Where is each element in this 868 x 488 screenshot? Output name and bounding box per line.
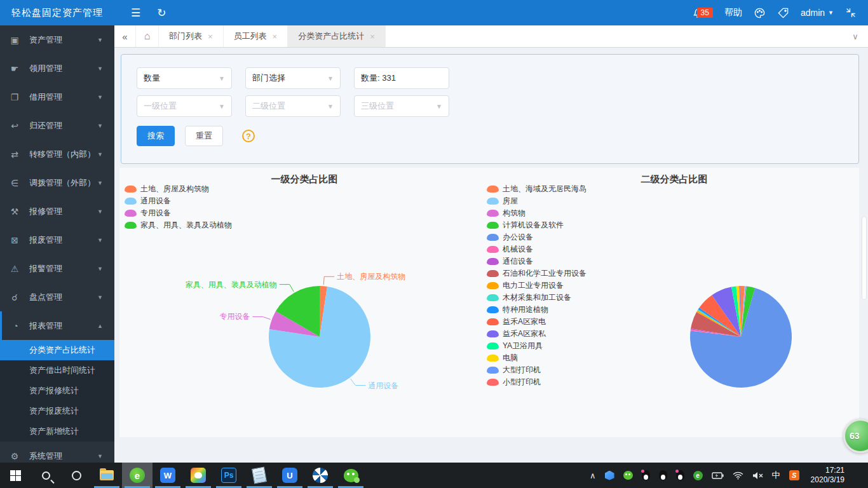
sidebar-item-10[interactable]: ☌ 盘点管理 ▼: [0, 283, 114, 311]
tabs-scroll-left-icon[interactable]: «: [114, 25, 136, 47]
quantity-field[interactable]: [354, 67, 449, 89]
close-icon[interactable]: ×: [208, 32, 213, 41]
taskbar-app-browser360[interactable]: e: [122, 463, 153, 488]
qq-tray-icon-1[interactable]: [642, 470, 650, 480]
cortana-icon: [72, 471, 81, 480]
sidebar-item-5[interactable]: ⇄ 转移管理（内部） ▼: [0, 140, 114, 168]
main-content: 数量 ▼ 部门选择 ▼ 一级位置 ▼ 二级位置 ▼ 三级位置 ▼: [114, 48, 868, 463]
sogou-input-icon[interactable]: S: [789, 470, 799, 480]
notification-bell[interactable]: 35: [692, 7, 713, 18]
chevron-down-icon: ▼: [828, 10, 834, 16]
sidebar-item-label: 报表管理: [29, 320, 97, 332]
taskbar-app-start[interactable]: [0, 463, 31, 488]
qq-tray-icon-2[interactable]: [659, 470, 667, 480]
fullscreen-exit-icon[interactable]: [845, 7, 857, 18]
sidebar-subitem-1[interactable]: 分类资产占比统计: [0, 340, 114, 360]
sidebar-item-3[interactable]: ❐ 借用管理 ▼: [0, 83, 114, 111]
netdisk-tray-icon[interactable]: [605, 471, 614, 480]
notepad-icon: [252, 466, 267, 484]
sidebar-subitem-4[interactable]: 资产报废统计: [0, 401, 114, 421]
sidebar-item-label: 领用管理: [29, 63, 97, 74]
taskbar-clock[interactable]: 17:21 2020/3/19: [808, 466, 850, 485]
sidebar-subitem-5[interactable]: 资产新增统计: [0, 421, 114, 442]
pie-label-line: [351, 379, 366, 386]
taskbar-app-wechat[interactable]: [336, 463, 366, 488]
department-select[interactable]: 部门选择 ▼: [245, 67, 341, 89]
question-circle-icon[interactable]: ?: [242, 130, 255, 142]
palette-icon[interactable]: [754, 7, 766, 19]
tray-expand-chevron-icon[interactable]: ∧: [590, 471, 596, 480]
sidebar-item-9[interactable]: ⚠ 报警管理 ▼: [0, 254, 114, 283]
sidebar-subitem-3[interactable]: 资产报修统计: [0, 381, 114, 401]
location-level1-select[interactable]: 一级位置 ▼: [137, 95, 232, 117]
help-link[interactable]: 帮助: [724, 7, 742, 18]
battery-icon[interactable]: [712, 471, 724, 480]
taskbar-app-wps[interactable]: W: [153, 463, 183, 488]
sidebar-item-8[interactable]: ⊠ 报废管理 ▼: [0, 226, 114, 254]
collapse-sidebar-icon[interactable]: ☰: [131, 6, 140, 20]
sidebar-subitem-2[interactable]: 资产借出时间统计: [0, 360, 114, 381]
sidebar-item-4[interactable]: ↩ 归还管理 ▼: [0, 111, 114, 140]
pie-label: 土地、房屋及构筑物: [337, 272, 405, 281]
wechat-tray-icon[interactable]: [623, 471, 633, 480]
close-icon[interactable]: ×: [273, 32, 278, 41]
tab-label: 分类资产占比统计: [298, 30, 364, 42]
taskbar-app-udisk[interactable]: U: [275, 463, 305, 488]
sidebar-item-1[interactable]: ▣ 资产管理 ▼: [0, 25, 114, 54]
metric-select[interactable]: 数量 ▼: [137, 67, 232, 89]
reset-button[interactable]: 重置: [185, 126, 223, 146]
pinwheel-app-icon: [313, 468, 328, 483]
qq-tray-icon-3[interactable]: [676, 470, 684, 480]
chevron-down-icon: ▼: [97, 65, 114, 72]
tab-3[interactable]: 分类资产占比统计 ×: [288, 25, 386, 47]
chart-level2-pie: 二级分类占比图 土地、海域及无居民海岛 房屋 构筑物 计算机设备及软件 办公设备…: [489, 168, 859, 437]
wifi-icon[interactable]: [733, 471, 743, 480]
location-level2-select[interactable]: 二级位置 ▼: [245, 95, 341, 117]
ime-indicator[interactable]: 中: [772, 470, 780, 481]
tab-1[interactable]: 部门列表 ×: [159, 25, 224, 47]
sidebar-item-2[interactable]: ☛ 领用管理 ▼: [0, 54, 114, 83]
taskbar-app-cortana[interactable]: [61, 463, 92, 488]
taskbar-app-search[interactable]: [31, 463, 61, 488]
metric-select-value: 数量: [144, 72, 160, 84]
chevron-down-icon: ▼: [327, 103, 334, 110]
taskbar-app-pinwheel[interactable]: [305, 463, 336, 488]
page-scrollbar-thumb[interactable]: [862, 216, 867, 300]
sidebar-item-6[interactable]: ∈ 调拨管理（外部） ▼: [0, 168, 114, 197]
chart-level1-pie: 一级分类占比图 土地、房屋及构筑物 通用设备 专用设备 家具、用具、装具及动植物…: [119, 168, 489, 437]
pie-label-line: [252, 316, 270, 319]
tabs-more-icon[interactable]: ∨: [843, 25, 868, 47]
wps-office-icon: W: [160, 468, 175, 483]
pie-label: 专用设备: [219, 312, 250, 321]
chevron-down-icon: ▼: [327, 75, 334, 82]
taskbar-app-photoshop[interactable]: Ps: [214, 463, 244, 488]
speed-ball-value: 63: [850, 431, 860, 441]
chevron-down-icon: ▼: [97, 180, 114, 186]
close-icon[interactable]: ×: [370, 32, 375, 41]
sidebar-item-label: 报废管理: [29, 234, 97, 246]
user-name: admin: [801, 8, 825, 18]
sidebar-item-label: 归还管理: [29, 120, 97, 132]
volume-muted-icon[interactable]: [752, 471, 763, 480]
taskbar-app-notepad[interactable]: [244, 463, 275, 488]
search-button[interactable]: 搜索: [137, 126, 175, 146]
windows-start-icon: [10, 470, 21, 481]
chevron-down-icon: ▼: [97, 266, 114, 272]
browser-360-tray-icon[interactable]: e: [693, 471, 703, 480]
user-menu[interactable]: admin ▼: [801, 8, 834, 18]
sidebar-item-7[interactable]: ⚒ 报修管理 ▼: [0, 197, 114, 226]
charts-panel: 一级分类占比图 土地、房屋及构筑物 通用设备 专用设备 家具、用具、装具及动植物…: [119, 168, 859, 437]
refresh-icon[interactable]: ↻: [157, 6, 166, 20]
chevron-down-icon: ▼: [97, 123, 114, 129]
taskbar-app-bear[interactable]: [183, 463, 214, 488]
home-tab-icon[interactable]: ⌂: [136, 25, 159, 47]
taskbar-app-explorer[interactable]: [92, 463, 122, 488]
sidebar-item-11[interactable]: ◔ 报表管理 ▲: [0, 311, 114, 340]
quantity-input[interactable]: [361, 74, 442, 83]
tab-2[interactable]: 员工列表 ×: [224, 25, 288, 47]
tag-icon[interactable]: [777, 7, 789, 19]
assets-box-icon: ▣: [0, 35, 29, 45]
pie-label: 通用设备: [368, 381, 398, 390]
location-level3-select[interactable]: 三级位置 ▼: [354, 95, 449, 117]
inventory-magnifier-icon: ☌: [0, 292, 29, 302]
